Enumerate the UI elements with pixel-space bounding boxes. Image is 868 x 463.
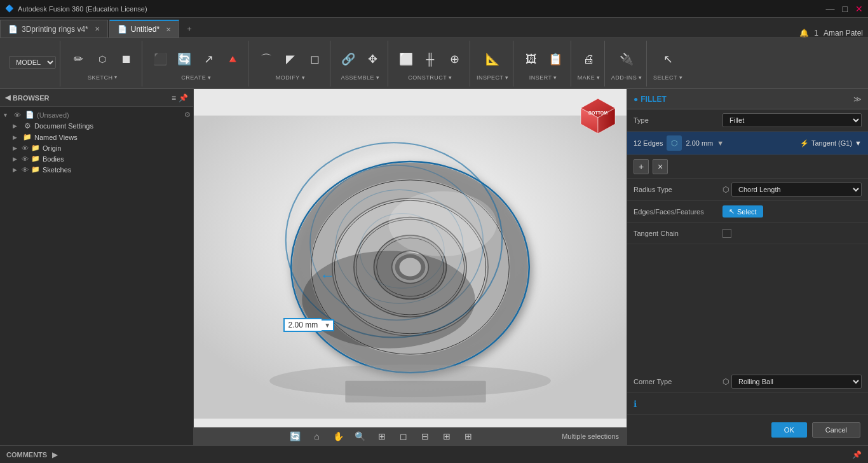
create-button-3[interactable]: ↗ [197,46,220,72]
select-label[interactable]: SELECT ▾ [653,74,682,81]
orbit-button[interactable]: 🔄 [287,429,304,443]
fillet-type-select[interactable]: Fillet [722,113,862,127]
edges-value[interactable]: 2.00 mm [686,139,713,147]
insert-button-1[interactable]: 🖼 [520,46,543,72]
home-button[interactable]: ⌂ [309,429,325,443]
addins-label[interactable]: ADD-INS ▾ [611,74,642,81]
fillet-expand-icon[interactable]: ≫ [853,95,862,104]
root-folder-icon: 📄 [24,111,36,119]
fit-button[interactable]: ⊞ [374,429,390,443]
assemble-label[interactable]: ASSEMBLE ▾ [341,74,379,81]
modify-button-3[interactable]: ◻ [303,46,326,72]
fillet-panel: ● FILLET ≫ Type Fillet 12 Edges ⬡ 2.00 m… [627,89,868,445]
ok-button[interactable]: OK [771,422,807,438]
inspect-label[interactable]: INSPECT ▾ [477,74,509,81]
dimension-input[interactable]: 2.00 mm [283,318,322,332]
grid-button[interactable]: ⊞ [438,429,455,443]
tree-origin[interactable]: ▶ 👁 📁 Origin [10,142,193,153]
origin-toggle[interactable]: ▶ [13,145,22,151]
construct-button-3[interactable]: ⊕ [443,46,466,72]
insert-label[interactable]: INSERT ▾ [529,74,557,81]
orientation-cube[interactable]: BOTTOM [576,95,620,140]
browser-header: ◀ BROWSER ≡ 📌 [0,89,193,107]
edges-value-dropdown[interactable]: ▼ [717,139,724,147]
comments-expand-icon[interactable]: ▶ [52,450,58,459]
doc-settings-toggle[interactable]: ▶ [13,123,22,129]
sketch-button-1[interactable]: ✏ [67,46,90,72]
root-settings-icon[interactable]: ⚙ [184,111,191,119]
insert-button-2[interactable]: 📋 [544,46,567,72]
sketch-button-3[interactable]: ⏹ [115,46,138,72]
construct-button-2[interactable]: ╫ [419,46,442,72]
pan-button[interactable]: ✋ [330,429,347,443]
modify-label[interactable]: MODIFY ▾ [276,74,305,81]
root-visibility-icon[interactable]: 👁 [11,111,23,119]
tree-sketches[interactable]: ▶ 👁 📁 Sketches [10,164,193,175]
tangent-dropdown[interactable]: ▼ [855,139,862,147]
tab-3dprint-close[interactable]: ✕ [95,25,100,32]
modify-button-1[interactable]: ⌒ [255,46,278,72]
create-button-1[interactable]: ⬛ [149,46,172,72]
assemble-button-2[interactable]: ✥ [361,46,384,72]
viewport-3d[interactable]: ← [194,89,627,445]
browser-title-area: ◀ BROWSER [5,93,49,102]
bodies-toggle[interactable]: ▶ [13,156,22,162]
remove-edge-set-button[interactable]: × [653,159,668,174]
dimension-dropdown[interactable]: ▼ [322,319,334,331]
edges-faces-label: Edges/Faces/Features [634,208,722,216]
create-button-4[interactable]: 🔺 [221,46,244,72]
tab-3dprint[interactable]: 📄 3Dprinting rings v4* ✕ [0,20,108,38]
notification-icon[interactable]: 🔔 [799,29,809,38]
browser-pin-icon[interactable]: 📌 [179,93,188,102]
sketches-toggle[interactable]: ▶ [13,167,22,173]
inspect-button-1[interactable]: 📐 [481,46,504,72]
view-cube-button[interactable]: ◻ [395,429,412,443]
origin-visibility-icon[interactable]: 👁 [22,144,29,152]
browser-expand-icon[interactable]: ≡ [172,93,176,102]
minimize-button[interactable]: — [826,4,835,14]
modify-button-2[interactable]: ◤ [279,46,302,72]
create-label[interactable]: CREATE ▾ [181,74,211,81]
select-edges-button[interactable]: ↖ Select [722,205,763,218]
user-name: Aman Patel [824,29,863,38]
browser-collapse-icon[interactable]: ◀ [5,93,10,102]
zoom-button[interactable]: 🔍 [352,429,369,443]
select-button-1[interactable]: ↖ [656,46,679,72]
tangent-chain-label: Tangent Chain [634,230,722,237]
assemble-button-1[interactable]: 🔗 [337,46,360,72]
root-toggle[interactable]: ▼ [3,112,11,118]
addins-button-1[interactable]: 🔌 [615,46,638,72]
display-button[interactable]: ⊟ [417,429,433,443]
radius-type-select[interactable]: Chord Length [731,183,862,197]
make-button-1[interactable]: 🖨 [578,46,600,72]
comments-pin-icon[interactable]: 📌 [852,450,862,459]
sketch-label[interactable]: SKETCH▾ [88,74,117,81]
close-button[interactable]: ✕ [855,4,863,14]
info-icon[interactable]: ℹ [634,399,637,409]
sketch-button-2[interactable]: ⬡ [91,46,114,72]
tree-bodies[interactable]: ▶ 👁 📁 Bodies [10,153,193,164]
tree-doc-settings[interactable]: ▶ ⚙ Document Settings [10,120,193,132]
model-selector[interactable]: MODEL [9,56,56,69]
make-label[interactable]: MAKE ▾ [578,74,600,81]
restore-button[interactable]: □ [843,4,848,14]
corner-type-select[interactable]: Rolling Ball [731,375,862,389]
bodies-visibility-icon[interactable]: 👁 [22,155,29,163]
tree-named-views[interactable]: ▶ 📁 Named Views [10,132,193,142]
add-edge-set-button[interactable]: + [634,159,649,174]
canvas[interactable]: ← 2.00 mm ▼ [194,89,627,445]
tree-root[interactable]: ▼ 👁 📄 (Unsaved) ⚙ [0,109,193,120]
tab-untitled-close[interactable]: ✕ [166,26,171,33]
sketches-visibility-icon[interactable]: 👁 [22,166,29,174]
new-tab-button[interactable]: ＋ [180,20,198,38]
named-views-toggle[interactable]: ▶ [13,134,22,141]
svg-text:←: ← [320,266,335,284]
snap-button[interactable]: ⊞ [460,429,477,443]
tab-untitled[interactable]: 📄 Untitled* ✕ [109,20,179,38]
construct-label[interactable]: CONSTRUCT ▾ [408,74,452,81]
tangent-chain-checkbox[interactable] [722,229,731,238]
construct-button-1[interactable]: ⬜ [395,46,417,72]
create-button-2[interactable]: 🔄 [173,46,196,72]
cancel-button[interactable]: Cancel [812,422,860,438]
named-views-folder-icon: 📁 [22,133,33,141]
